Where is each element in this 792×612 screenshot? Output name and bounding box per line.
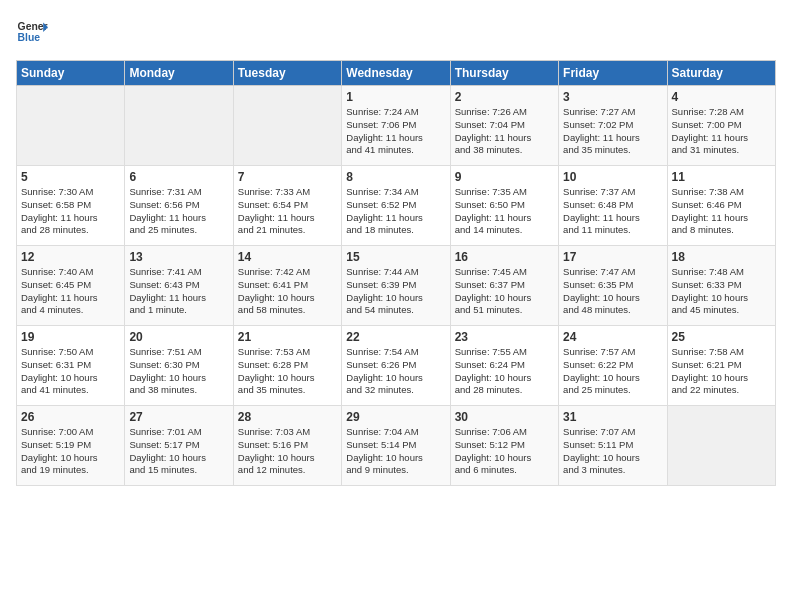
calendar-cell: 18Sunrise: 7:48 AM Sunset: 6:33 PM Dayli… [667,246,775,326]
calendar-cell: 3Sunrise: 7:27 AM Sunset: 7:02 PM Daylig… [559,86,667,166]
day-number: 19 [21,330,120,344]
day-number: 1 [346,90,445,104]
day-info: Sunrise: 7:44 AM Sunset: 6:39 PM Dayligh… [346,266,445,317]
day-info: Sunrise: 7:57 AM Sunset: 6:22 PM Dayligh… [563,346,662,397]
day-info: Sunrise: 7:34 AM Sunset: 6:52 PM Dayligh… [346,186,445,237]
col-header-sunday: Sunday [17,61,125,86]
day-number: 18 [672,250,771,264]
day-info: Sunrise: 7:40 AM Sunset: 6:45 PM Dayligh… [21,266,120,317]
day-number: 20 [129,330,228,344]
day-info: Sunrise: 7:07 AM Sunset: 5:11 PM Dayligh… [563,426,662,477]
calendar-cell: 6Sunrise: 7:31 AM Sunset: 6:56 PM Daylig… [125,166,233,246]
day-number: 11 [672,170,771,184]
day-info: Sunrise: 7:45 AM Sunset: 6:37 PM Dayligh… [455,266,554,317]
day-number: 22 [346,330,445,344]
day-number: 24 [563,330,662,344]
calendar-cell: 29Sunrise: 7:04 AM Sunset: 5:14 PM Dayli… [342,406,450,486]
calendar-cell: 22Sunrise: 7:54 AM Sunset: 6:26 PM Dayli… [342,326,450,406]
calendar-cell: 12Sunrise: 7:40 AM Sunset: 6:45 PM Dayli… [17,246,125,326]
calendar-cell: 30Sunrise: 7:06 AM Sunset: 5:12 PM Dayli… [450,406,558,486]
calendar-cell: 21Sunrise: 7:53 AM Sunset: 6:28 PM Dayli… [233,326,341,406]
calendar-cell: 5Sunrise: 7:30 AM Sunset: 6:58 PM Daylig… [17,166,125,246]
day-info: Sunrise: 7:33 AM Sunset: 6:54 PM Dayligh… [238,186,337,237]
day-number: 31 [563,410,662,424]
calendar-cell: 7Sunrise: 7:33 AM Sunset: 6:54 PM Daylig… [233,166,341,246]
day-number: 28 [238,410,337,424]
day-number: 27 [129,410,228,424]
day-info: Sunrise: 7:58 AM Sunset: 6:21 PM Dayligh… [672,346,771,397]
calendar-cell: 27Sunrise: 7:01 AM Sunset: 5:17 PM Dayli… [125,406,233,486]
day-number: 10 [563,170,662,184]
calendar-cell: 1Sunrise: 7:24 AM Sunset: 7:06 PM Daylig… [342,86,450,166]
day-number: 8 [346,170,445,184]
col-header-wednesday: Wednesday [342,61,450,86]
col-header-saturday: Saturday [667,61,775,86]
calendar-cell: 2Sunrise: 7:26 AM Sunset: 7:04 PM Daylig… [450,86,558,166]
col-header-friday: Friday [559,61,667,86]
calendar-week-1: 1Sunrise: 7:24 AM Sunset: 7:06 PM Daylig… [17,86,776,166]
day-info: Sunrise: 7:04 AM Sunset: 5:14 PM Dayligh… [346,426,445,477]
calendar-cell [667,406,775,486]
calendar-week-4: 19Sunrise: 7:50 AM Sunset: 6:31 PM Dayli… [17,326,776,406]
day-info: Sunrise: 7:24 AM Sunset: 7:06 PM Dayligh… [346,106,445,157]
day-info: Sunrise: 7:41 AM Sunset: 6:43 PM Dayligh… [129,266,228,317]
day-number: 29 [346,410,445,424]
day-info: Sunrise: 7:31 AM Sunset: 6:56 PM Dayligh… [129,186,228,237]
calendar-cell: 19Sunrise: 7:50 AM Sunset: 6:31 PM Dayli… [17,326,125,406]
day-number: 30 [455,410,554,424]
day-info: Sunrise: 7:28 AM Sunset: 7:00 PM Dayligh… [672,106,771,157]
calendar-cell: 23Sunrise: 7:55 AM Sunset: 6:24 PM Dayli… [450,326,558,406]
calendar-cell: 10Sunrise: 7:37 AM Sunset: 6:48 PM Dayli… [559,166,667,246]
calendar-cell: 9Sunrise: 7:35 AM Sunset: 6:50 PM Daylig… [450,166,558,246]
calendar-week-5: 26Sunrise: 7:00 AM Sunset: 5:19 PM Dayli… [17,406,776,486]
calendar-cell: 14Sunrise: 7:42 AM Sunset: 6:41 PM Dayli… [233,246,341,326]
day-number: 4 [672,90,771,104]
day-number: 16 [455,250,554,264]
day-number: 25 [672,330,771,344]
calendar-week-2: 5Sunrise: 7:30 AM Sunset: 6:58 PM Daylig… [17,166,776,246]
calendar-table: SundayMondayTuesdayWednesdayThursdayFrid… [16,60,776,486]
calendar-header-row: SundayMondayTuesdayWednesdayThursdayFrid… [17,61,776,86]
day-number: 17 [563,250,662,264]
calendar-cell: 16Sunrise: 7:45 AM Sunset: 6:37 PM Dayli… [450,246,558,326]
day-info: Sunrise: 7:42 AM Sunset: 6:41 PM Dayligh… [238,266,337,317]
calendar-week-3: 12Sunrise: 7:40 AM Sunset: 6:45 PM Dayli… [17,246,776,326]
day-info: Sunrise: 7:47 AM Sunset: 6:35 PM Dayligh… [563,266,662,317]
calendar-cell: 31Sunrise: 7:07 AM Sunset: 5:11 PM Dayli… [559,406,667,486]
day-number: 21 [238,330,337,344]
day-info: Sunrise: 7:53 AM Sunset: 6:28 PM Dayligh… [238,346,337,397]
day-number: 23 [455,330,554,344]
day-number: 12 [21,250,120,264]
col-header-tuesday: Tuesday [233,61,341,86]
calendar-cell: 17Sunrise: 7:47 AM Sunset: 6:35 PM Dayli… [559,246,667,326]
day-info: Sunrise: 7:35 AM Sunset: 6:50 PM Dayligh… [455,186,554,237]
logo-icon: General Blue [16,16,48,48]
calendar-cell: 11Sunrise: 7:38 AM Sunset: 6:46 PM Dayli… [667,166,775,246]
day-number: 9 [455,170,554,184]
day-info: Sunrise: 7:50 AM Sunset: 6:31 PM Dayligh… [21,346,120,397]
calendar-cell: 25Sunrise: 7:58 AM Sunset: 6:21 PM Dayli… [667,326,775,406]
day-number: 15 [346,250,445,264]
calendar-cell: 20Sunrise: 7:51 AM Sunset: 6:30 PM Dayli… [125,326,233,406]
day-number: 3 [563,90,662,104]
calendar-cell [17,86,125,166]
day-number: 26 [21,410,120,424]
day-number: 5 [21,170,120,184]
day-number: 6 [129,170,228,184]
calendar-cell: 26Sunrise: 7:00 AM Sunset: 5:19 PM Dayli… [17,406,125,486]
page-header: General Blue [16,16,776,48]
day-info: Sunrise: 7:30 AM Sunset: 6:58 PM Dayligh… [21,186,120,237]
day-info: Sunrise: 7:26 AM Sunset: 7:04 PM Dayligh… [455,106,554,157]
day-info: Sunrise: 7:55 AM Sunset: 6:24 PM Dayligh… [455,346,554,397]
calendar-cell: 8Sunrise: 7:34 AM Sunset: 6:52 PM Daylig… [342,166,450,246]
calendar-cell: 15Sunrise: 7:44 AM Sunset: 6:39 PM Dayli… [342,246,450,326]
day-info: Sunrise: 7:48 AM Sunset: 6:33 PM Dayligh… [672,266,771,317]
svg-text:Blue: Blue [18,32,41,43]
day-info: Sunrise: 7:51 AM Sunset: 6:30 PM Dayligh… [129,346,228,397]
col-header-thursday: Thursday [450,61,558,86]
day-number: 2 [455,90,554,104]
day-info: Sunrise: 7:27 AM Sunset: 7:02 PM Dayligh… [563,106,662,157]
day-info: Sunrise: 7:54 AM Sunset: 6:26 PM Dayligh… [346,346,445,397]
day-number: 7 [238,170,337,184]
day-info: Sunrise: 7:37 AM Sunset: 6:48 PM Dayligh… [563,186,662,237]
